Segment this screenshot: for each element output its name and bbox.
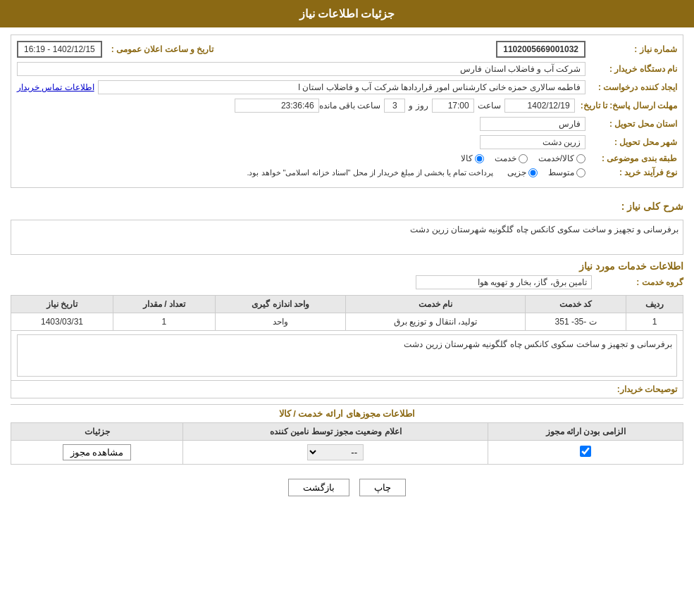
remaining-time: 23:36:46 xyxy=(235,99,319,113)
col-name: نام خدمت xyxy=(346,296,526,313)
days-label: روز و xyxy=(409,101,428,111)
row-city: شهر محل تحویل : زرین دشت xyxy=(17,135,677,149)
cell-row: 1 xyxy=(626,313,683,331)
category-goods-label: کالا xyxy=(461,153,473,163)
buyer-desc-row: برفرسانی و تجهیز و ساخت سکوی کانکس چاه گ… xyxy=(11,331,683,381)
col-qty: تعداد / مقدار xyxy=(113,296,216,313)
announce-date-label: تاریخ و ساعت اعلان عمومی : xyxy=(106,44,214,54)
deadline-time: 17:00 xyxy=(432,99,474,113)
category-service-label: خدمت xyxy=(495,153,516,163)
purchase-partial-item: جزیی xyxy=(507,168,538,177)
row-requester: ایجاد کننده درخواست : فاطمه سالاری حمزه … xyxy=(17,80,677,94)
perm-col-status: اعلام وضعیت مجوز توسط نامین کننده xyxy=(183,423,488,441)
cell-name: تولید، انتقال و توزیع برق xyxy=(346,313,526,331)
perm-col-required: الزامی بودن ارائه مجوز xyxy=(488,423,683,441)
main-info-section: شماره نیاز : 1102005669001032 تاریخ و سا… xyxy=(11,34,683,188)
time-label: ساعت xyxy=(478,101,501,111)
deadline-date: 1402/12/19 xyxy=(504,99,575,113)
requester-contact-link[interactable]: اطلاعات تماس خریدار xyxy=(17,82,94,92)
purchase-partial-label: جزیی xyxy=(507,168,526,177)
category-goods-service-label: کالا/خدمت xyxy=(538,153,574,163)
general-desc-value: برفرسانی و تجهیز و ساخت سکوی کانکس چاه گ… xyxy=(11,220,683,255)
col-unit: واحد اندازه گیری xyxy=(215,296,346,313)
row-buyer-name: نام دستگاه خریدار : شرکت آب و فاضلاب است… xyxy=(17,62,677,76)
perm-status-select[interactable]: -- xyxy=(307,444,364,460)
purchase-medium-radio[interactable] xyxy=(576,168,585,177)
perm-details-cell: مشاهده مجوز xyxy=(11,441,183,465)
buyer-name-value: شرکت آب و فاضلاب استان فارس xyxy=(17,62,585,76)
province-value: فارس xyxy=(480,117,585,131)
requester-label: ایجاد کننده درخواست : xyxy=(585,82,677,92)
buyer-name-label: نام دستگاه خریدار : xyxy=(585,64,677,74)
purchase-note: پرداخت تمام یا بخشی از مبلغ خریدار از مح… xyxy=(247,168,493,177)
need-number-value: 1102005669001032 xyxy=(496,41,585,58)
announce-date-value: 1402/12/15 - 16:19 xyxy=(17,41,102,58)
category-service-radio[interactable] xyxy=(519,154,528,163)
print-button[interactable]: چاپ xyxy=(359,479,406,496)
buyer-desc-label: توصیحات خریدار: xyxy=(617,384,677,394)
row-need-number: شماره نیاز : 1102005669001032 تاریخ و سا… xyxy=(17,41,677,58)
row-purchase-type: نوع فرآیند خرید : متوسط جزیی پرداخت تمام… xyxy=(17,168,677,177)
need-number-label: شماره نیاز : xyxy=(585,44,677,54)
cell-code: ت -35- 351 xyxy=(526,313,626,331)
col-code: کد خدمت xyxy=(526,296,626,313)
purchase-medium-label: متوسط xyxy=(548,168,574,177)
services-section-title: اطلاعات خدمات مورد نیاز xyxy=(11,260,683,272)
footer-buttons: چاپ بازگشت xyxy=(11,468,683,507)
row-deadline: مهلت ارسال پاسخ: تا تاریخ: 1402/12/19 سا… xyxy=(17,99,677,113)
category-goods-radio[interactable] xyxy=(475,154,484,163)
buyer-desc-label-row: توصیحات خریدار: xyxy=(11,381,683,398)
cell-date: 1403/03/31 xyxy=(11,313,113,331)
col-date: تاریخ نیاز xyxy=(11,296,113,313)
purchase-type-label: نوع فرآیند خرید : xyxy=(585,168,677,177)
category-goods-service-item: کالا/خدمت xyxy=(538,153,585,163)
row-general-description: شرح کلی نیاز : xyxy=(11,195,683,215)
remaining-label: ساعت باقی مانده xyxy=(319,101,381,111)
row-province: استان محل تحویل : فارس xyxy=(17,117,677,131)
col-row: ردیف xyxy=(626,296,683,313)
deadline-label: مهلت ارسال پاسخ: تا تاریخ: xyxy=(575,101,677,111)
cell-unit: واحد xyxy=(215,313,346,331)
general-desc-wrapper: برفرسانی و تجهیز و ساخت سکوی کانکس چاه گ… xyxy=(11,220,683,255)
service-group-value: تامین برق، گاز، بخار و تهویه هوا xyxy=(416,275,592,289)
deadline-days: 3 xyxy=(384,99,405,113)
view-permit-button[interactable]: مشاهده مجوز xyxy=(63,444,132,460)
purchase-type-radio-group: متوسط جزیی xyxy=(507,168,585,177)
permissions-table: الزامی بودن ارائه مجوز اعلام وضعیت مجوز … xyxy=(11,422,683,465)
row-category: طبقه بندی موضوعی : کالا/خدمت خدمت کالا xyxy=(17,153,677,163)
general-desc-label: شرح کلی نیاز : xyxy=(621,201,683,212)
back-button[interactable]: بازگشت xyxy=(288,479,349,496)
perm-required-cell xyxy=(488,441,683,465)
permissions-divider: اطلاعات مجوزهای ارائه خدمت / کالا xyxy=(11,404,683,419)
table-row: 1 ت -35- 351 تولید، انتقال و توزیع برق و… xyxy=(11,313,683,331)
service-group-label: گروه خدمت : xyxy=(592,277,683,287)
perm-row: -- مشاهده مجوز xyxy=(11,441,683,465)
purchase-partial-radio[interactable] xyxy=(528,168,538,177)
category-service-item: خدمت xyxy=(495,153,528,163)
city-label: شهر محل تحویل : xyxy=(585,137,677,147)
category-label: طبقه بندی موضوعی : xyxy=(585,153,677,163)
page-title: جزئیات اطلاعات نیاز xyxy=(0,0,694,27)
perm-col-details: جزئیات xyxy=(11,423,183,441)
category-goods-service-radio[interactable] xyxy=(576,154,585,163)
services-table: ردیف کد خدمت نام خدمت واحد اندازه گیری ت… xyxy=(11,295,683,398)
city-value: زرین دشت xyxy=(480,135,585,149)
row-service-group: گروه خدمت : تامین برق، گاز، بخار و تهویه… xyxy=(11,275,683,289)
province-label: استان محل تحویل : xyxy=(585,119,677,129)
perm-status-cell: -- xyxy=(183,441,488,465)
category-radio-group: کالا/خدمت خدمت کالا xyxy=(461,153,585,163)
requester-value: فاطمه سالاری حمزه خانی کارشناس امور قرار… xyxy=(98,80,585,94)
buyer-desc-value: برفرسانی و تجهیز و ساخت سکوی کانکس چاه گ… xyxy=(17,334,677,377)
category-goods-item: کالا xyxy=(461,153,484,163)
cell-qty: 1 xyxy=(113,313,216,331)
perm-required-checkbox[interactable] xyxy=(580,446,591,457)
purchase-medium-item: متوسط xyxy=(548,168,585,177)
